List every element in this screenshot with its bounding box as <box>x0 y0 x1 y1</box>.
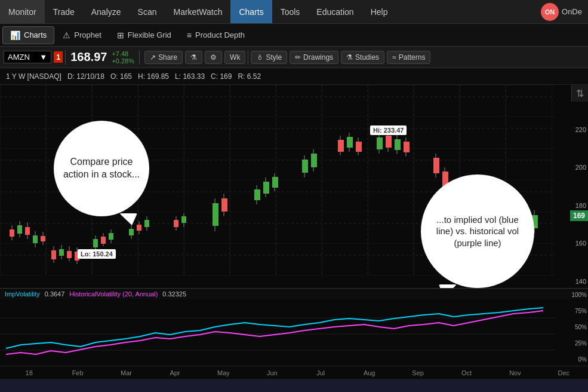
svg-rect-25 <box>33 235 38 243</box>
flask-button[interactable]: ⚗ <box>185 51 202 64</box>
sub-nav-charts-label: Charts <box>24 30 47 39</box>
x-label-18: 18 <box>5 369 53 376</box>
sub-nav-prophet[interactable]: ⚠ Prophet <box>56 26 109 44</box>
prophet-icon: ⚠ <box>63 30 70 40</box>
svg-rect-45 <box>137 225 141 231</box>
svg-rect-31 <box>59 249 64 256</box>
svg-rect-55 <box>221 198 227 212</box>
sub-navigation: 📊 Charts ⚠ Prophet ⊞ Flexible Grid ≡ Pro… <box>0 24 588 47</box>
x-label-may: May <box>199 369 248 376</box>
separator-2 <box>139 50 140 65</box>
x-label-feb: Feb <box>53 369 101 376</box>
candlestick-icon: 🕯 <box>256 53 263 62</box>
nav-item-tools[interactable]: Tools <box>272 0 309 23</box>
chart-low: L: 163.33 <box>175 72 205 81</box>
hi-price-label: Hi: 233.47 <box>370 125 407 135</box>
nav-item-trade[interactable]: Trade <box>45 0 83 23</box>
period-selector[interactable]: Wk <box>224 51 245 64</box>
chart-open: O: 165 <box>110 72 132 81</box>
scroll-icon[interactable]: ⇅ <box>571 85 588 102</box>
svg-rect-71 <box>356 142 362 152</box>
chart-container: 240 220 200 180 160 140 Hi: 233.47 Lo: 1… <box>0 85 588 379</box>
share-icon: ↗ <box>150 53 156 62</box>
charts-icon: 📊 <box>10 30 20 40</box>
drawings-button[interactable]: ✏ Drawings <box>290 51 338 64</box>
volatility-chart <box>0 302 555 366</box>
flask-icon: ⚗ <box>190 53 197 62</box>
x-label-aug: Aug <box>345 369 393 376</box>
vol-y-axis: 100% 75% 50% 25% 0% <box>564 289 588 366</box>
nav-item-charts[interactable]: Charts <box>230 0 272 23</box>
x-label-mar: Mar <box>102 369 150 376</box>
share-button[interactable]: ↗ Share <box>144 51 183 64</box>
nav-item-analyze[interactable]: Analyze <box>83 0 130 23</box>
ticker-dropdown-arrow: ▼ <box>39 53 47 62</box>
nav-item-monitor[interactable]: Monitor <box>0 0 45 23</box>
share-label: Share <box>158 53 177 62</box>
svg-rect-81 <box>433 158 439 173</box>
vol-y-75: 75% <box>565 308 587 314</box>
brand-logo: ON <box>541 3 559 21</box>
price-change: +7.48 +0.28% <box>112 50 134 65</box>
vol-y-100: 100% <box>565 292 587 298</box>
sub-nav-prophet-label: Prophet <box>74 30 101 39</box>
grid-icon: ⊞ <box>117 30 124 40</box>
svg-rect-53 <box>213 203 218 226</box>
sub-nav-charts[interactable]: 📊 Charts <box>2 26 54 44</box>
svg-rect-37 <box>93 239 98 247</box>
price-change-abs: +7.48 <box>112 50 134 57</box>
svg-rect-59 <box>263 182 269 194</box>
pencil-icon: ✏ <box>295 53 301 62</box>
bubble-left: Compare price action in a stock... <box>54 121 149 216</box>
studies-button[interactable]: ⚗ Studies <box>341 51 384 64</box>
volatility-panel: ImpVolatility 0.3647 HistoricalVolatilit… <box>0 288 588 366</box>
svg-rect-75 <box>386 136 392 148</box>
ticker-selector[interactable]: AMZN ▼ <box>4 51 51 63</box>
depth-icon: ≡ <box>187 30 192 40</box>
separator-1 <box>65 50 66 65</box>
patterns-button[interactable]: ≈ Patterns <box>387 51 430 64</box>
svg-rect-43 <box>129 229 134 235</box>
nav-item-help[interactable]: Help <box>362 0 396 23</box>
svg-rect-61 <box>272 177 278 188</box>
sub-nav-product-depth[interactable]: ≡ Product Depth <box>180 26 252 44</box>
ticker-value: AMZN <box>8 53 30 62</box>
svg-rect-47 <box>144 220 149 227</box>
brand-name: OnDe <box>562 7 582 16</box>
x-label-jul: Jul <box>297 369 345 376</box>
sub-nav-product-depth-label: Product Depth <box>195 30 245 39</box>
y-label-200: 200 <box>563 164 586 171</box>
chart-info-bar: 1 Y W [NASDAQ] D: 12/10/18 O: 165 H: 169… <box>0 68 588 85</box>
x-label-nov: Nov <box>491 369 539 376</box>
svg-rect-51 <box>181 216 186 223</box>
nav-item-education[interactable]: Education <box>308 0 362 23</box>
style-button[interactable]: 🕯 Style <box>251 51 287 64</box>
chart-toolbar: AMZN ▼ 1 168.97 +7.48 +0.28% ↗ Share ⚗ ⚙… <box>0 47 588 68</box>
chart-period: 1 Y W [NASDAQ] <box>6 72 61 81</box>
chart-high: H: 169.85 <box>138 72 169 81</box>
x-label-apr: Apr <box>150 369 199 376</box>
settings-button[interactable]: ⚙ <box>205 51 222 64</box>
hist-vol-label: HistoricalVolatility (20, Annual) <box>69 290 158 298</box>
nav-item-marketwatch[interactable]: MarketWatch <box>165 0 230 23</box>
svg-rect-69 <box>347 137 353 148</box>
svg-rect-67 <box>338 140 344 152</box>
chart-date: D: 12/10/18 <box>67 72 104 81</box>
top-navigation: Monitor Trade Analyze Scan MarketWatch C… <box>0 0 588 24</box>
nav-item-scan[interactable]: Scan <box>130 0 165 23</box>
svg-rect-23 <box>25 227 30 235</box>
bubble-right: ...to implied vol (blue line) vs. histor… <box>421 174 534 288</box>
svg-rect-73 <box>377 137 383 149</box>
vol-y-50: 50% <box>565 324 587 330</box>
drawings-label: Drawings <box>303 53 333 62</box>
y-label-140: 140 <box>563 278 586 285</box>
main-chart[interactable]: 240 220 200 180 160 140 Hi: 233.47 Lo: 1… <box>0 85 588 288</box>
y-label-160: 160 <box>563 240 586 247</box>
svg-rect-49 <box>174 220 178 227</box>
svg-rect-63 <box>302 160 308 173</box>
sub-nav-flexible-grid[interactable]: ⊞ Flexible Grid <box>110 26 178 44</box>
imp-vol-value: 0.3647 <box>45 290 65 298</box>
style-label: Style <box>266 53 282 62</box>
svg-rect-29 <box>51 250 56 259</box>
y-label-180: 180 <box>563 202 586 209</box>
